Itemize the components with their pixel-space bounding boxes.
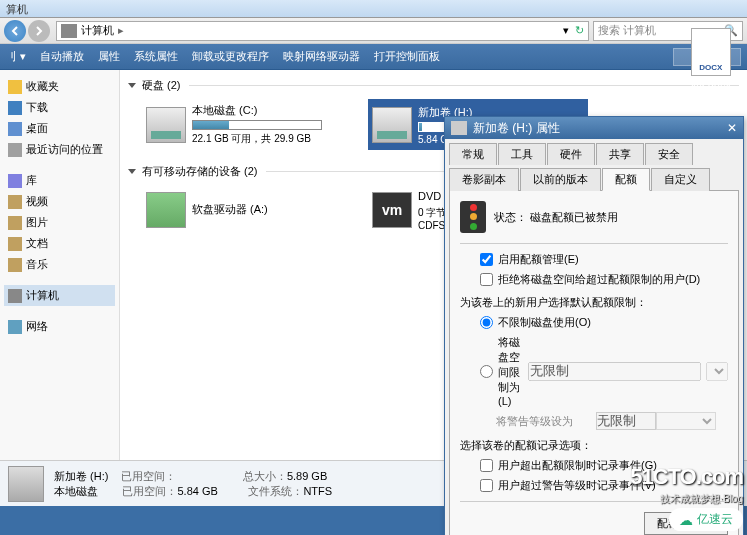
limit-unit-select: [706, 362, 728, 381]
triangle-down-icon: [128, 83, 136, 88]
tab-previous[interactable]: 以前的版本: [520, 168, 601, 191]
vm-icon: vm: [372, 192, 412, 228]
chevron-down-icon[interactable]: ▾: [563, 24, 569, 37]
sidebar-favorites[interactable]: 收藏夹: [4, 76, 115, 97]
map-drive-button[interactable]: 映射网络驱动器: [283, 49, 360, 64]
desktop-file-name: xyr.docx: [691, 80, 731, 92]
desktop-file[interactable]: DOCX xyr.docx: [691, 28, 731, 92]
drive-c[interactable]: 本地磁盘 (C:) 22.1 GB 可用，共 29.9 GB: [142, 99, 362, 150]
radio-set-limit[interactable]: 将磁盘空间限制为(L): [480, 335, 728, 407]
tab-sharing[interactable]: 共享: [596, 143, 644, 165]
nav-forward-button[interactable]: [28, 20, 50, 42]
breadcrumb-text: 计算机: [81, 23, 114, 38]
toolbar: 刂 ▾ 自动播放 属性 系统属性 卸载或更改程序 映射网络驱动器 打开控制面板: [0, 44, 747, 70]
sidebar-libraries[interactable]: 库: [4, 170, 115, 191]
sidebar-computer[interactable]: 计算机: [4, 285, 115, 306]
deny-over-checkbox[interactable]: 拒绝将磁盘空间给超过配额限制的用户(D): [480, 272, 728, 287]
autoplay-button[interactable]: 自动播放: [40, 49, 84, 64]
traffic-light-icon: [460, 201, 486, 233]
network-icon: [8, 320, 22, 334]
watermark: 51CTO.com 技术成就梦想·Blog ☁亿速云: [630, 464, 743, 531]
tab-hardware[interactable]: 硬件: [547, 143, 595, 165]
hdd-icon: [372, 107, 412, 143]
usage-bar: [192, 120, 322, 130]
floppy-icon: [146, 192, 186, 228]
enable-quota-checkbox[interactable]: 启用配额管理(E): [480, 252, 728, 267]
search-placeholder: 搜索 计算机: [598, 23, 656, 38]
radio-no-limit[interactable]: 不限制磁盘使用(O): [480, 315, 728, 330]
docx-icon: DOCX: [691, 28, 731, 76]
tab-shadow[interactable]: 卷影副本: [449, 168, 519, 191]
tab-custom[interactable]: 自定义: [651, 168, 710, 191]
limit-value-input: [528, 362, 701, 381]
computer-icon: [61, 24, 77, 38]
warn-value-input: [596, 412, 656, 430]
drive-status-icon: [8, 466, 44, 502]
tab-row-2: 卷影副本 以前的版本 配额 自定义: [445, 164, 743, 190]
tab-tools[interactable]: 工具: [498, 143, 546, 165]
hdd-icon: [146, 107, 186, 143]
control-panel-button[interactable]: 打开控制面板: [374, 49, 440, 64]
sidebar-pictures[interactable]: 图片: [4, 212, 115, 233]
window-titlebar: 算机: [0, 0, 747, 18]
drive-icon: [451, 121, 467, 135]
uninstall-button[interactable]: 卸载或更改程序: [192, 49, 269, 64]
drive-floppy[interactable]: 软盘驱动器 (A:): [142, 185, 362, 235]
tab-general[interactable]: 常规: [449, 143, 497, 165]
properties-button[interactable]: 属性: [98, 49, 120, 64]
chevron-right-icon[interactable]: ▸: [118, 24, 124, 37]
dialog-titlebar[interactable]: 新加卷 (H:) 属性 ✕: [445, 117, 743, 139]
sidebar-downloads[interactable]: 下载: [4, 97, 115, 118]
tab-row-1: 常规 工具 硬件 共享 安全: [445, 139, 743, 164]
recent-icon: [8, 143, 22, 157]
sidebar-desktop[interactable]: 桌面: [4, 118, 115, 139]
star-icon: [8, 80, 22, 94]
computer-icon: [8, 289, 22, 303]
breadcrumb[interactable]: 计算机 ▸ ▾ ↻: [56, 21, 589, 41]
sidebar-music[interactable]: 音乐: [4, 254, 115, 275]
sidebar: 收藏夹 下载 桌面 最近访问的位置 库 视频 图片 文档 音乐 计算机 网络: [0, 70, 120, 460]
navbar: 计算机 ▸ ▾ ↻ 搜索 计算机 🔍: [0, 18, 747, 44]
refresh-icon[interactable]: ↻: [575, 24, 584, 37]
system-properties-button[interactable]: 系统属性: [134, 49, 178, 64]
hdd-section-header[interactable]: 硬盘 (2): [128, 78, 739, 93]
video-icon: [8, 195, 22, 209]
sidebar-videos[interactable]: 视频: [4, 191, 115, 212]
download-icon: [8, 101, 22, 115]
cloud-icon: ☁: [679, 512, 693, 528]
library-icon: [8, 174, 22, 188]
sidebar-documents[interactable]: 文档: [4, 233, 115, 254]
tab-quota[interactable]: 配额: [602, 168, 650, 191]
triangle-down-icon: [128, 169, 136, 174]
close-icon[interactable]: ✕: [727, 121, 737, 135]
document-icon: [8, 237, 22, 251]
music-icon: [8, 258, 22, 272]
sidebar-network[interactable]: 网络: [4, 316, 115, 337]
organize-menu[interactable]: 刂 ▾: [6, 49, 26, 64]
warn-unit-select: [656, 412, 716, 430]
picture-icon: [8, 216, 22, 230]
sidebar-recent[interactable]: 最近访问的位置: [4, 139, 115, 160]
nav-back-button[interactable]: [4, 20, 26, 42]
desktop-icon: [8, 122, 22, 136]
tab-security[interactable]: 安全: [645, 143, 693, 165]
